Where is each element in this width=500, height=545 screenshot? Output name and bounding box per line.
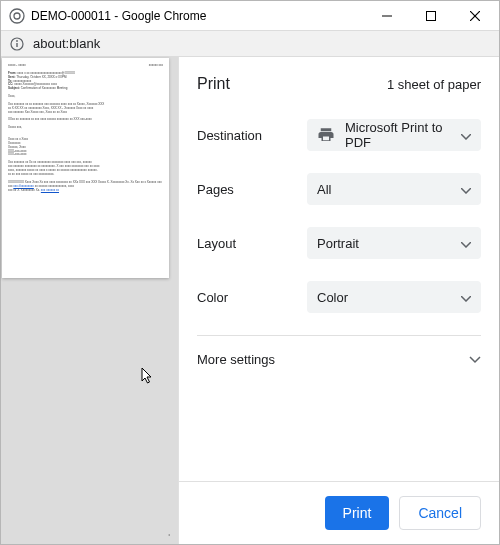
color-label: Color xyxy=(197,290,307,305)
mouse-cursor-icon xyxy=(141,367,155,389)
destination-value: Microsoft Print to PDF xyxy=(345,120,461,150)
print-dialog: xxxxx - xxxxxxxxxxx xxx From: xxxx x xx … xyxy=(1,57,499,544)
chevron-down-icon xyxy=(469,350,481,368)
svg-rect-3 xyxy=(427,11,436,20)
dialog-footer: Print Cancel xyxy=(179,481,499,544)
app-icon xyxy=(9,8,25,24)
caret-down-icon xyxy=(461,290,471,305)
window-title: DEMO-000011 - Google Chrome xyxy=(31,9,365,23)
svg-point-0 xyxy=(10,9,24,23)
layout-value: Portrait xyxy=(317,236,461,251)
layout-select[interactable]: Portrait xyxy=(307,227,481,259)
caret-down-icon xyxy=(461,236,471,251)
minimize-button[interactable] xyxy=(365,1,409,30)
titlebar: DEMO-000011 - Google Chrome xyxy=(1,1,499,31)
preview-pane: xxxxx - xxxxxxxxxxx xxx From: xxxx x xx … xyxy=(1,57,178,544)
more-settings-toggle[interactable]: More settings xyxy=(197,335,481,382)
destination-label: Destination xyxy=(197,128,307,143)
pages-value: All xyxy=(317,182,461,197)
svg-rect-8 xyxy=(16,43,17,47)
svg-point-1 xyxy=(14,13,20,19)
close-button[interactable] xyxy=(453,1,497,30)
color-value: Color xyxy=(317,290,461,305)
print-header: Print xyxy=(197,75,230,93)
sheet-count: 1 sheet of paper xyxy=(387,77,481,92)
url-text[interactable]: about:blank xyxy=(33,36,100,51)
destination-select[interactable]: Microsoft Print to PDF xyxy=(307,119,481,151)
caret-down-icon xyxy=(461,182,471,197)
chrome-window: DEMO-000011 - Google Chrome about:blank … xyxy=(0,0,500,545)
site-info-icon[interactable] xyxy=(9,36,25,52)
pages-label: Pages xyxy=(197,182,307,197)
address-bar: about:blank xyxy=(1,31,499,57)
window-buttons xyxy=(365,1,497,30)
maximize-button[interactable] xyxy=(409,1,453,30)
print-button[interactable]: Print xyxy=(325,496,390,530)
color-select[interactable]: Color xyxy=(307,281,481,313)
pages-select[interactable]: All xyxy=(307,173,481,205)
cancel-button[interactable]: Cancel xyxy=(399,496,481,530)
settings-pane: Print 1 sheet of paper Destination Micro… xyxy=(178,57,499,544)
svg-point-7 xyxy=(16,40,18,42)
page-preview[interactable]: xxxxx - xxxxxxxxxxx xxx From: xxxx x xx … xyxy=(2,58,169,278)
layout-label: Layout xyxy=(197,236,307,251)
more-settings-label: More settings xyxy=(197,352,275,367)
caret-down-icon xyxy=(461,128,471,143)
printer-icon xyxy=(317,126,335,144)
